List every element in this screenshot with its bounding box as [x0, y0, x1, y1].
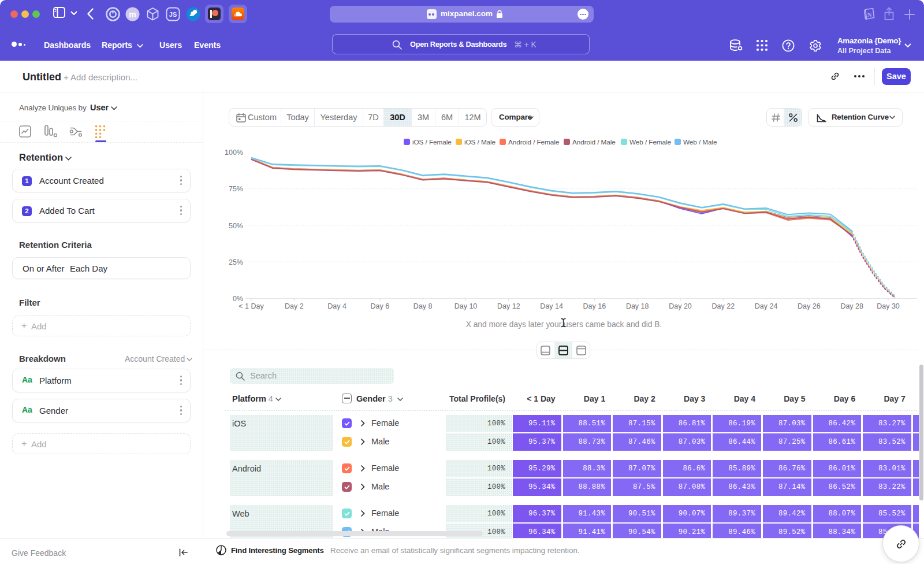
- svg-text:Day 14: Day 14: [540, 302, 563, 310]
- svg-text:Day 28: Day 28: [840, 302, 863, 310]
- svg-text:Day 16: Day 16: [583, 302, 606, 310]
- svg-text:Day 24: Day 24: [755, 302, 778, 310]
- svg-text:Day 4: Day 4: [327, 302, 346, 310]
- svg-text:Day 30: Day 30: [877, 302, 900, 310]
- svg-text:25%: 25%: [229, 258, 243, 266]
- svg-text:< 1 Day: < 1 Day: [239, 302, 264, 310]
- svg-text:JS: JS: [169, 11, 177, 18]
- svg-text:Day 6: Day 6: [371, 302, 390, 310]
- svg-text:100%: 100%: [225, 149, 243, 157]
- svg-text:Day 20: Day 20: [669, 302, 692, 310]
- svg-text:75%: 75%: [229, 185, 243, 193]
- svg-text:Day 18: Day 18: [626, 302, 649, 310]
- svg-text:Day 22: Day 22: [711, 302, 735, 310]
- svg-text:Day 8: Day 8: [413, 302, 433, 310]
- svg-text:m: m: [129, 10, 136, 19]
- svg-text:N: N: [867, 11, 872, 18]
- svg-text:Day 10: Day 10: [454, 302, 478, 310]
- svg-text:Day 26: Day 26: [798, 302, 821, 310]
- svg-text:Day 2: Day 2: [285, 302, 304, 310]
- svg-text:Day 12: Day 12: [497, 302, 520, 310]
- svg-text:0%: 0%: [233, 295, 243, 303]
- svg-text:50%: 50%: [229, 222, 243, 230]
